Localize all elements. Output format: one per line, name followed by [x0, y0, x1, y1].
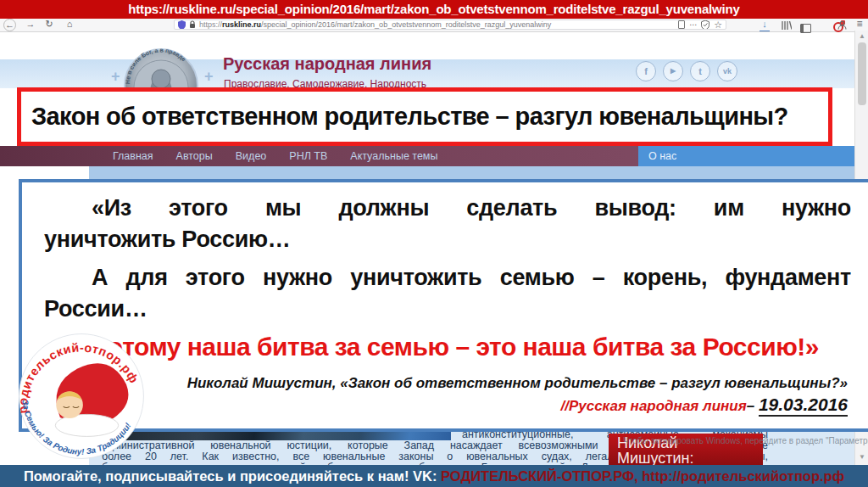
scroll-down-icon[interactable]: ▼ — [855, 453, 868, 461]
menu-icon[interactable]: ≡ — [853, 19, 866, 31]
sidebar-icon[interactable] — [800, 24, 811, 33]
url-domain: ruskline.ru — [222, 20, 261, 29]
quote-line: А для этого нужно уничтожить семью – кор… — [44, 262, 851, 294]
account-icon[interactable] — [837, 20, 847, 30]
forward-icon[interactable]: → — [24, 19, 37, 31]
nav-item-authors[interactable]: Авторы — [176, 150, 213, 162]
tracking-shield-icon — [178, 20, 186, 30]
bookmark-star-icon[interactable]: ☆ — [714, 20, 722, 30]
parent-resistance-badge: родительский-отпор.рф За Семью! За Родин… — [14, 329, 148, 463]
download-icon[interactable]: ↓ — [760, 19, 770, 31]
url-path: /special_opinion/2016/mart/zakon_ob_otve… — [261, 20, 673, 29]
top-url-banner: https://ruskline.ru/special_opinion/2016… — [0, 0, 868, 19]
headline-text: Закон об ответственном родительстве – ра… — [21, 92, 828, 142]
quote-battle-line: Поэтому наша битва за семью – это наша б… — [44, 330, 851, 364]
url-protocol: https:// — [199, 20, 222, 29]
browser-toolbar: ← → ↻ ⌂ https://ruskline.ru/special_opin… — [0, 19, 868, 32]
scroll-up-icon[interactable]: ▲ — [855, 32, 868, 40]
subnav-band — [89, 166, 854, 180]
twitter-icon[interactable]: t — [690, 61, 710, 81]
home-icon[interactable]: ⌂ — [63, 19, 76, 31]
quote-source-name: //Русская народная линия — [560, 398, 746, 414]
nav-item-video[interactable]: Видео — [236, 150, 267, 162]
quote-source-dash: – — [747, 398, 759, 414]
nav-item-topics[interactable]: Актуальные темы — [350, 150, 437, 162]
footer-bar: Помогайте, подписывайтесь и присоединяйт… — [0, 465, 868, 487]
youtube-icon[interactable]: ▶ — [663, 61, 683, 81]
reader-mode-icon[interactable] — [678, 20, 685, 29]
vk-icon[interactable]: vk — [717, 61, 737, 81]
windows-activation-watermark: Чтобы активировать Windows, перейдите в … — [623, 436, 865, 445]
quote-date: 19.03.2016 — [759, 395, 848, 417]
headline-box: Закон об ответственном родительстве – ра… — [17, 87, 832, 146]
library-icon[interactable] — [782, 21, 792, 30]
nav-item-about[interactable]: О нас — [638, 146, 854, 166]
quote-line: уничтожить Россию… — [44, 224, 851, 255]
quote-line: «Из этого мы должны сделать вывод: им ну… — [44, 193, 851, 224]
footer-link[interactable]: РОДИТЕЛЬСКИЙ-ОТПОР.РФ, http://родительск… — [441, 468, 844, 484]
nav-item-home[interactable]: Главная — [113, 150, 153, 162]
back-icon[interactable]: ← — [3, 19, 16, 31]
badge-blanket — [55, 414, 118, 436]
nav-item-rnl-tv[interactable]: РНЛ ТВ — [289, 150, 327, 162]
author-last-name: Мишустин: — [617, 451, 754, 466]
facebook-icon[interactable]: f — [636, 61, 656, 81]
site-title[interactable]: Русская народная линия — [223, 54, 431, 74]
lock-icon — [189, 20, 196, 29]
reload-icon[interactable]: ↻ — [42, 19, 56, 31]
page-actions-icon[interactable]: ⋯ — [689, 20, 697, 29]
cross-ornament-icon: + — [204, 68, 214, 86]
quote-attribution: Николай Мишустин, «Закон об ответственно… — [44, 374, 851, 393]
cross-ornament-icon: + — [111, 68, 120, 86]
quote-source: //Русская народная линия– 19.03.2016 — [44, 393, 851, 418]
scrollbar-thumb[interactable] — [858, 42, 866, 105]
footer-call-to-action: Помогайте, подписывайтесь и присоединяйт… — [24, 468, 441, 484]
slide: https://ruskline.ru/special_opinion/2016… — [0, 0, 868, 487]
protections-icon[interactable] — [701, 20, 709, 30]
quote-line: России… — [44, 294, 851, 325]
address-bar[interactable]: https://ruskline.ru/special_opinion/2016… — [174, 20, 726, 30]
